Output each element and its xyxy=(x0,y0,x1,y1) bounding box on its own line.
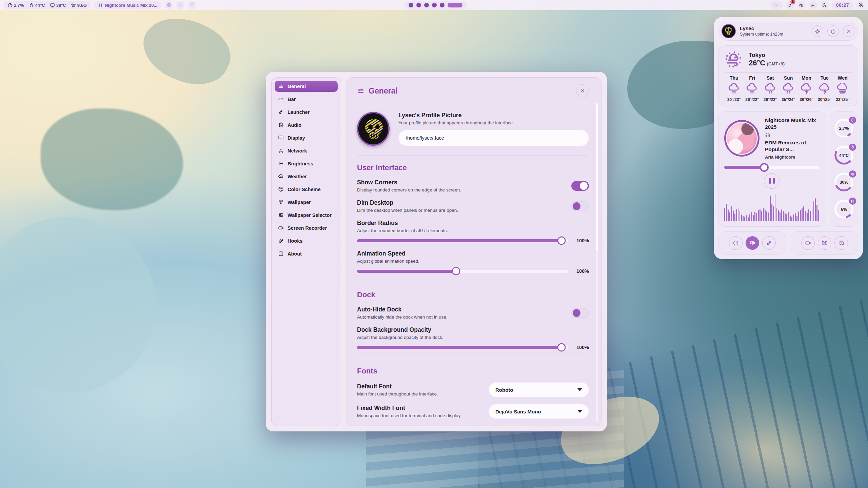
temperature-flame-icon xyxy=(29,3,34,8)
auto-hide-dock-toggle[interactable] xyxy=(571,308,589,318)
brightness-sun-icon xyxy=(278,161,284,166)
volume-button[interactable] xyxy=(797,1,806,9)
brightness-button[interactable] xyxy=(809,1,817,9)
close-window-button[interactable] xyxy=(576,84,589,97)
border-radius-slider[interactable] xyxy=(357,239,568,242)
slider-knob[interactable] xyxy=(452,267,460,276)
profile-avatar[interactable] xyxy=(357,112,390,146)
wallpaper-foliage xyxy=(134,4,239,97)
dock-opacity-slider[interactable] xyxy=(357,346,568,349)
workspace-dot-2[interactable] xyxy=(416,3,421,7)
setting-desc: Main font used throughout the interface. xyxy=(357,391,489,396)
scrollbar[interactable] xyxy=(596,103,598,422)
screen-record-button[interactable] xyxy=(801,236,815,250)
notifications-button[interactable]: 8 xyxy=(786,1,794,9)
profile-fields: Lysec's Profile Picture Your profile pic… xyxy=(398,112,589,146)
cpu-gauge-icon xyxy=(849,117,856,124)
media-title: Nightcore Music Mix 2025 EDM Remixes of … xyxy=(765,117,819,153)
workspace-dot-4[interactable] xyxy=(432,3,437,7)
user-avatar[interactable] xyxy=(722,24,736,38)
sidebar-item-bar[interactable]: Bar xyxy=(275,94,338,105)
sidebar-item-audio[interactable]: Audio xyxy=(275,119,338,130)
speaker-icon xyxy=(799,3,804,8)
performance-profile-button[interactable] xyxy=(729,236,743,250)
sidebar-label: Audio xyxy=(288,122,301,128)
palette-icon xyxy=(278,186,284,192)
sidebar-item-screen-recorder[interactable]: Screen Recorder xyxy=(275,222,338,233)
temperature-gauge-icon xyxy=(849,144,856,151)
panel-settings-button[interactable] xyxy=(812,25,823,37)
cloud-lightning-icon xyxy=(800,83,813,95)
settings-sidebar: General Bar Launcher Audio Display Netwo… xyxy=(271,77,341,426)
workspace-dot-1[interactable] xyxy=(409,3,413,7)
setting-auto-hide-dock: Auto-Hide Dock Automatically hide the do… xyxy=(357,306,589,320)
close-icon xyxy=(580,88,585,94)
profile-path-input[interactable] xyxy=(398,130,589,146)
workspace-indicator[interactable] xyxy=(404,1,467,9)
workspace-dot-3[interactable] xyxy=(424,3,429,7)
fixed-font-dropdown[interactable]: DejaVu Sans Mono xyxy=(489,404,589,419)
sidebar-item-about[interactable]: About xyxy=(275,248,338,259)
workspace-dot-5[interactable] xyxy=(440,3,445,7)
scrollbar-thumb[interactable] xyxy=(596,103,598,250)
power-button[interactable] xyxy=(827,25,839,37)
media-progress-slider[interactable] xyxy=(724,166,819,169)
sidebar-item-general[interactable]: General xyxy=(275,81,338,92)
slider-row: 100% xyxy=(357,345,589,350)
sidebar-label: Wallpaper xyxy=(288,200,311,205)
heart-button-1[interactable]: ♡ xyxy=(176,1,184,9)
forecast-day: Sun 35°/24° xyxy=(779,75,797,102)
desktop: 2.7% 44°C 38°C 9.6G Nightcore Music Mix … xyxy=(0,0,868,488)
sidebar-item-weather[interactable]: Weather xyxy=(275,171,338,182)
clock-widget[interactable]: 00:27 xyxy=(832,1,853,9)
default-font-dropdown[interactable]: Roboto xyxy=(489,382,589,397)
media-info-row: Nightcore Music Mix 2025 EDM Remixes of … xyxy=(724,117,819,160)
sidebar-item-color-scheme[interactable]: Color Scheme xyxy=(275,184,338,195)
media-player-card: Nightcore Music Mix 2025 EDM Remixes of … xyxy=(718,111,825,227)
billboard-font-dropdown[interactable] xyxy=(489,426,589,426)
profile-picture-row: Lysec's Profile Picture Your profile pic… xyxy=(357,112,589,146)
setting-desc: Display rounded corners on the edge of t… xyxy=(357,187,571,192)
sidebar-item-display[interactable]: Display xyxy=(275,132,338,143)
skull-avatar-art xyxy=(722,25,735,37)
powersave-profile-button[interactable] xyxy=(762,236,776,250)
sidebar-item-launcher[interactable]: Launcher xyxy=(275,106,338,118)
setting-label: Animation Speed xyxy=(357,250,589,257)
sidebar-item-hooks[interactable]: Hooks xyxy=(275,235,338,246)
system-tray[interactable] xyxy=(770,1,783,9)
system-stats-pill[interactable]: 2.7% 44°C 38°C 9.6G xyxy=(3,1,91,9)
sidebar-item-wallpaper-selector[interactable]: Wallpaper Selector xyxy=(275,209,338,221)
sidebar-item-network[interactable]: Network xyxy=(275,145,338,156)
image-gallery-icon xyxy=(278,212,284,218)
sidebar-item-brightness[interactable]: Brightness xyxy=(275,158,338,169)
forecast-day-name: Sat xyxy=(761,75,779,81)
slider-knob[interactable] xyxy=(557,343,566,352)
animation-speed-slider[interactable] xyxy=(357,270,568,273)
album-art[interactable] xyxy=(724,120,760,157)
skull-button[interactable] xyxy=(165,1,173,9)
night-light-button[interactable] xyxy=(821,1,829,9)
play-pause-button[interactable] xyxy=(764,173,780,189)
heart-button-2[interactable]: ♡ xyxy=(188,1,196,9)
panel-close-button[interactable] xyxy=(843,25,854,37)
dashboard-button[interactable] xyxy=(856,1,865,9)
setting-label: Auto-Hide Dock xyxy=(357,306,571,313)
workspace-active-pill[interactable] xyxy=(448,3,462,7)
slider-knob[interactable] xyxy=(760,163,769,172)
balanced-profile-button[interactable] xyxy=(746,236,759,250)
divider xyxy=(725,72,852,73)
camera-off-icon xyxy=(822,240,828,246)
screenshots-gallery-button[interactable] xyxy=(834,236,848,250)
slider-knob[interactable] xyxy=(557,237,566,245)
bar-media-widget[interactable]: Nightcore Music Mix 20... xyxy=(94,1,161,9)
default-font-value: Roboto xyxy=(495,387,577,393)
camera-off-button[interactable] xyxy=(818,236,831,250)
sidebar-label: Brightness xyxy=(288,161,313,166)
forecast-day-name: Thu xyxy=(725,75,743,81)
dim-desktop-toggle[interactable] xyxy=(571,201,589,211)
memory-stat-value: 9.6G xyxy=(77,3,87,8)
sidebar-item-wallpaper[interactable]: Wallpaper xyxy=(275,197,338,208)
setting-texts: Fixed Width Font Monospace font used for… xyxy=(357,405,489,418)
top-bar: 2.7% 44°C 38°C 9.6G Nightcore Music Mix … xyxy=(0,0,868,10)
show-corners-toggle[interactable] xyxy=(571,181,589,191)
